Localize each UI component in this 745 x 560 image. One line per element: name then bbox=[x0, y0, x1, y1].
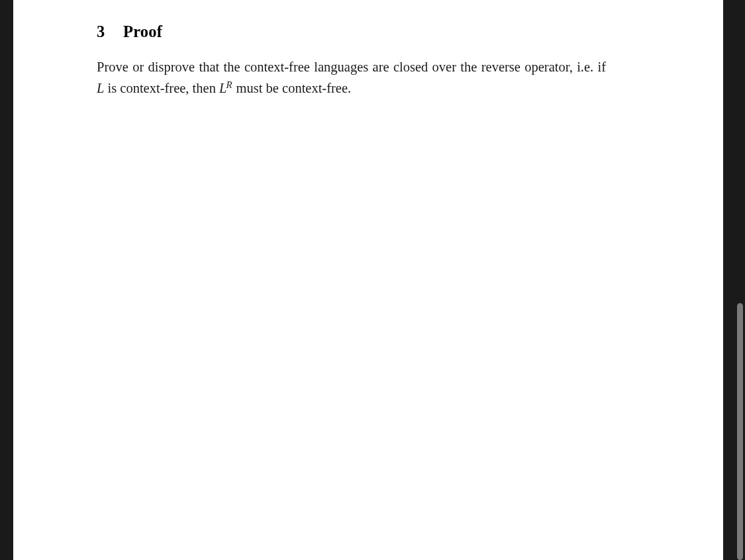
statement-text-mid: is context-free, then bbox=[104, 81, 219, 95]
document-content: 3 Proof Prove or disprove that the conte… bbox=[13, 0, 723, 99]
statement-text-suffix: must be context-free. bbox=[232, 81, 351, 95]
section-header: 3 Proof bbox=[97, 23, 638, 41]
statement-line-1: Prove or disprove that the context-free … bbox=[97, 57, 638, 78]
scrollbar-thumb[interactable] bbox=[737, 303, 743, 560]
math-variable-L: L bbox=[97, 81, 104, 95]
statement-line-2: L is context-free, then LR must be conte… bbox=[97, 78, 638, 99]
problem-statement: Prove or disprove that the context-free … bbox=[97, 57, 638, 99]
document-page: 3 Proof Prove or disprove that the conte… bbox=[13, 0, 723, 560]
math-superscript-R: R bbox=[226, 79, 232, 90]
scrollbar-track[interactable] bbox=[737, 0, 743, 560]
section-title: Proof bbox=[123, 23, 162, 41]
section-number: 3 bbox=[97, 23, 110, 41]
